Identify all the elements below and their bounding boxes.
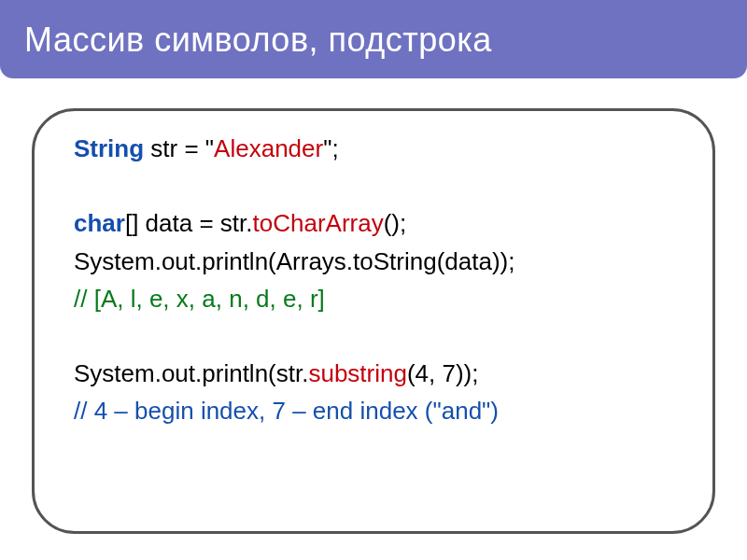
println-prefix: System.out.println(str. [74, 359, 308, 387]
code-line-2: char[] data = str.toCharArray(); [74, 204, 684, 242]
array-decl: [] data = str. [125, 209, 253, 237]
method-tochararray: toCharArray [253, 209, 384, 237]
code-line-5: System.out.println(str.substring(4, 7)); [74, 355, 684, 392]
blank-line [74, 167, 684, 204]
semicolon: ; [331, 134, 338, 162]
comment-array-output: // [A, l, e, x, a, n, d, e, r] [74, 285, 325, 313]
keyword-string: String [74, 134, 144, 162]
quote-open: " [205, 134, 214, 162]
tail-args: (4, 7)); [407, 359, 479, 387]
code-line-3: System.out.println(Arrays.toString(data)… [74, 243, 684, 280]
blank-line-2 [74, 317, 684, 355]
comment-indices: // 4 – begin index, 7 – end index ("and"… [74, 397, 499, 425]
keyword-char: char [74, 209, 125, 237]
slide: Массив символов, подстрока String str = … [0, 0, 747, 560]
code-line-1: String str = "Alexander"; [74, 130, 684, 167]
println-call: System.out.println(Arrays.toString(data)… [74, 247, 515, 275]
method-substring: substring [308, 359, 407, 387]
code-box: String str = "Alexander"; char[] data = … [32, 108, 715, 534]
code-line-6-comment: // 4 – begin index, 7 – end index ("and"… [74, 392, 684, 429]
string-literal: Alexander [214, 134, 323, 162]
code-line-4-comment: // [A, l, e, x, a, n, d, e, r] [74, 280, 684, 317]
tail-paren: (); [384, 209, 407, 237]
slide-title: Массив символов, подстрока [0, 0, 747, 78]
decl-text: str = [144, 134, 205, 162]
